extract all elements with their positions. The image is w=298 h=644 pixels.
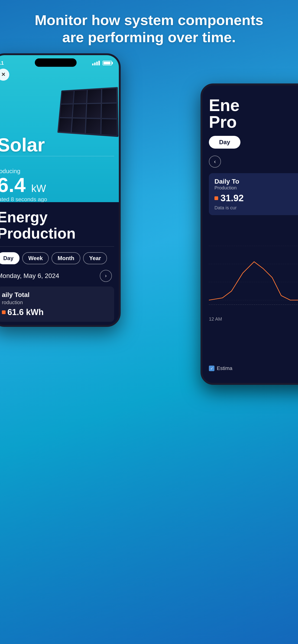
tab-month[interactable]: Month <box>52 252 80 264</box>
energy-pro-line1: Ene <box>209 96 239 114</box>
phone-left-screen: .1 ✕ <box>0 55 119 325</box>
bottom-divider <box>0 246 114 247</box>
chart-time-label: 12 AM <box>209 316 222 322</box>
nav-arrow-left-button[interactable]: ‹ <box>209 156 221 168</box>
estimate-checkbox[interactable]: ✓ <box>209 366 214 371</box>
orange-dot-right-icon <box>214 196 218 200</box>
tab-year[interactable]: Year <box>83 252 107 264</box>
back-chevron-icon: ✕ <box>1 72 5 78</box>
daily-total-section: aily Total roduction 61.6 kWh <box>0 286 114 322</box>
value-row: 31.92 <box>214 193 298 203</box>
phone-right: Ene Pro Day ‹ Daily To Production 31.92 … <box>200 84 298 385</box>
date-text: Monday, May 6, 2024 <box>0 272 59 280</box>
solar-title: Solar <box>0 134 45 156</box>
header-title-line1: Monitor how system components <box>35 12 263 28</box>
panel-grid <box>57 87 118 137</box>
estimate-text: Estima <box>217 365 232 372</box>
time-tabs: Day Week Month Year <box>0 252 114 264</box>
energy-production-title: Energy Production <box>0 209 114 242</box>
svg-rect-0 <box>209 228 298 314</box>
production-value: 61.6 kWh <box>2 308 110 317</box>
tab-week[interactable]: Week <box>22 252 49 264</box>
phone-right-content: Ene Pro Day ‹ Daily To Production 31.92 … <box>202 85 298 326</box>
header-title: Monitor how system components are perfor… <box>14 12 284 46</box>
status-bar-left: .1 <box>0 58 114 68</box>
header-title-line2: are performing over time. <box>62 29 236 45</box>
divider-top <box>0 156 114 156</box>
tab-day[interactable]: Day <box>0 252 20 264</box>
solar-panel-illustration <box>49 74 121 148</box>
data-current-text: Data is cur <box>214 205 298 210</box>
power-unit: kW <box>31 183 46 194</box>
date-row: Monday, May 6, 2024 › <box>0 270 114 282</box>
chart-svg <box>209 222 298 320</box>
production-kwh: 61.6 kWh <box>8 308 44 317</box>
updated-text: lated 8 seconds ago <box>0 196 47 202</box>
orange-dot-icon <box>2 310 6 314</box>
next-date-button[interactable]: › <box>100 270 112 282</box>
checkmark-icon: ✓ <box>210 366 213 371</box>
status-icons <box>92 61 112 65</box>
energy-pro-line2: Pro <box>209 113 237 131</box>
daily-total-label: aily Total <box>2 291 110 298</box>
status-time: .1 <box>0 60 4 66</box>
battery-icon <box>103 61 112 65</box>
phone-left: .1 ✕ <box>0 53 121 327</box>
estimate-row: ✓ Estima <box>209 365 298 372</box>
producing-section: roducing 6.4 kW lated 8 seconds ago <box>0 168 47 202</box>
chevron-right-icon: › <box>105 273 107 279</box>
phone-left-bottom: Energy Production Day Week Month <box>0 202 119 325</box>
daily-total-card-right: Daily To Production 31.92 Data is cur <box>209 173 298 215</box>
production-sub-right: Production <box>214 185 298 190</box>
production-sub-label: roduction <box>2 300 110 306</box>
signal-icon <box>92 61 100 65</box>
power-value: 6.4 kW <box>0 175 47 195</box>
daily-total-value: 31.92 <box>220 193 244 203</box>
energy-title-line1: Energy <box>0 209 48 226</box>
chart-area: 12 AM <box>209 222 298 320</box>
day-tab-right[interactable]: Day <box>209 136 240 148</box>
back-button[interactable]: ✕ <box>0 68 9 81</box>
daily-total-card-title: Daily To <box>214 178 298 185</box>
header-section: Monitor how system components are perfor… <box>0 7 298 51</box>
energy-title-line2: Production <box>0 225 76 242</box>
panel-body <box>57 87 118 137</box>
energy-pro-title: Ene Pro <box>209 97 298 130</box>
chevron-left-icon: ‹ <box>214 158 216 165</box>
